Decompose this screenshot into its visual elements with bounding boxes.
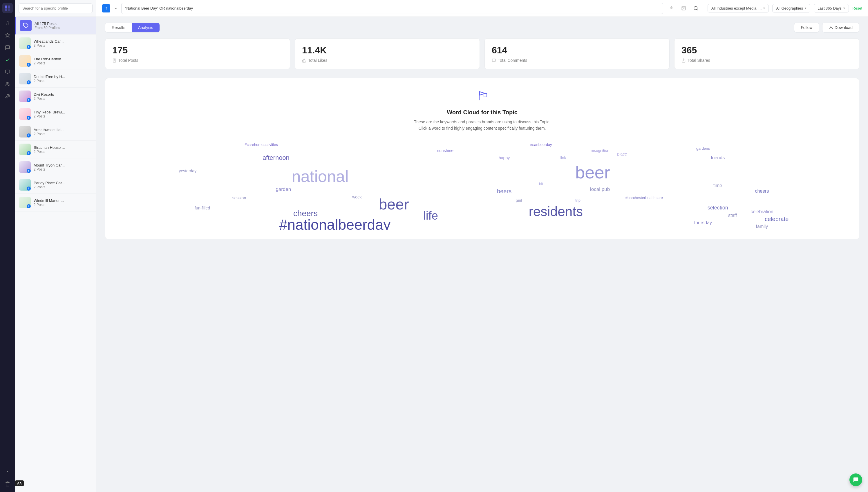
- sidebar-item-mount[interactable]: f Mount Tryon Car... 2 Posts: [15, 158, 96, 176]
- nav-star[interactable]: [2, 30, 13, 41]
- armathwaite-info: Armathwaite Hal... 2 Posts: [34, 128, 92, 136]
- page-content: Results Analysis Follow Download 175: [96, 17, 868, 492]
- doubletree-avatar: f: [19, 73, 31, 84]
- word-cloud-word[interactable]: national: [292, 167, 349, 186]
- sidebar-item-ritz[interactable]: f The Ritz-Carlton ... 2 Posts: [15, 52, 96, 70]
- word-cloud-word[interactable]: family: [756, 224, 768, 229]
- reset-button[interactable]: Reset: [852, 6, 862, 10]
- word-cloud-word[interactable]: #carehomeactivities: [245, 143, 278, 147]
- word-cloud-word[interactable]: #barchesterhealthcare: [625, 196, 663, 200]
- icon-sidebar: •: [0, 0, 15, 492]
- word-cloud-icon: [473, 87, 491, 104]
- sidebar-item-strachan[interactable]: f Strachan House ... 2 Posts: [15, 141, 96, 158]
- word-cloud-word[interactable]: celebrate: [765, 216, 789, 222]
- industry-filter[interactable]: All Industries except Media, ... ▾: [708, 4, 769, 13]
- word-cloud-word[interactable]: pint: [516, 198, 522, 203]
- search-icon[interactable]: [691, 4, 700, 13]
- sidebar-item-parley[interactable]: f Parley Place Car... 2 Posts: [15, 176, 96, 194]
- ritz-info: The Ritz-Carlton ... 2 Posts: [34, 57, 92, 65]
- profile-sidebar: All 175 Posts From 50 Profiles f Wheatla…: [15, 0, 96, 492]
- word-cloud-word[interactable]: session: [232, 195, 246, 200]
- nav-trash[interactable]: [2, 479, 13, 489]
- stats-grid: 175 Total Posts 11.4K Total Likes 614: [105, 38, 859, 69]
- word-cloud-word[interactable]: recognition: [591, 148, 609, 153]
- word-cloud-word[interactable]: cheers: [755, 189, 769, 194]
- word-cloud-word[interactable]: friends: [711, 155, 725, 161]
- word-cloud-word[interactable]: yesterday: [179, 169, 196, 173]
- image-icon[interactable]: [679, 4, 688, 13]
- platform-dropdown-icon[interactable]: [114, 6, 118, 10]
- word-cloud-word[interactable]: bit: [539, 181, 543, 186]
- doubletree-posts: 2 Posts: [34, 79, 92, 83]
- svg-line-13: [697, 9, 697, 10]
- word-cloud-word[interactable]: local pub: [590, 187, 610, 192]
- word-cloud-word[interactable]: happy: [499, 155, 510, 161]
- nav-chat[interactable]: [2, 42, 13, 53]
- fb-badge: f: [27, 151, 31, 155]
- word-cloud-word[interactable]: place: [617, 152, 627, 157]
- stat-likes-label: Total Likes: [302, 58, 473, 63]
- sidebar-item-all[interactable]: All 175 Posts From 50 Profiles: [15, 17, 96, 34]
- search-input[interactable]: [121, 3, 663, 14]
- nav-dot[interactable]: •: [2, 466, 13, 477]
- word-cloud-word[interactable]: gardens: [696, 146, 710, 151]
- word-cloud-word[interactable]: week: [352, 194, 362, 199]
- wheatlands-info: Wheatlands Car... 3 Posts: [34, 39, 92, 48]
- sidebar-item-wheatlands[interactable]: f Wheatlands Car... 3 Posts: [15, 34, 96, 52]
- sidebar-item-doubletree[interactable]: f DoubleTree by H... 2 Posts: [15, 70, 96, 88]
- word-cloud-word[interactable]: #nationalbeerday: [279, 216, 391, 230]
- tab-results[interactable]: Results: [105, 23, 132, 32]
- word-cloud-word[interactable]: residents: [528, 204, 583, 220]
- sidebar-item-windmill[interactable]: f Windmill Manor ... 2 Posts: [15, 194, 96, 212]
- word-cloud-word[interactable]: afternoon: [263, 154, 290, 162]
- word-cloud-section: Word Cloud for this Topic These are the …: [105, 78, 859, 239]
- word-cloud-word[interactable]: selection: [708, 205, 728, 211]
- sidebar-item-rebel[interactable]: f Tiny Rebel Brewi... 2 Posts: [15, 105, 96, 123]
- word-cloud-word[interactable]: sunshine: [437, 148, 453, 153]
- stat-card-comments: 614 Total Comments: [485, 38, 670, 69]
- word-cloud-word[interactable]: trip: [575, 198, 580, 203]
- profile-search-input[interactable]: [19, 3, 93, 13]
- sidebar-item-armathwaite[interactable]: f Armathwaite Hal... 2 Posts: [15, 123, 96, 141]
- download-icon: [829, 26, 833, 30]
- windmill-posts: 2 Posts: [34, 203, 92, 207]
- flame-icon[interactable]: [667, 4, 676, 13]
- nav-tool[interactable]: [2, 91, 13, 101]
- word-cloud-word[interactable]: link: [560, 155, 566, 160]
- word-cloud-word[interactable]: staff: [728, 213, 737, 218]
- word-cloud-word[interactable]: beer: [379, 195, 409, 213]
- sidebar-item-divi[interactable]: f Divi Resorts 2 Posts: [15, 88, 96, 105]
- date-filter[interactable]: Last 365 Days ▾: [814, 4, 849, 13]
- word-cloud-word[interactable]: beer: [575, 162, 610, 183]
- app-logo[interactable]: [2, 3, 13, 13]
- nav-beaker[interactable]: [2, 18, 13, 28]
- follow-button[interactable]: Follow: [794, 23, 819, 32]
- rebel-name: Tiny Rebel Brewi...: [34, 110, 92, 114]
- nav-monitor[interactable]: [2, 67, 13, 77]
- nav-check[interactable]: [2, 54, 13, 65]
- nav-users[interactable]: [2, 79, 13, 89]
- ritz-name: The Ritz-Carlton ...: [34, 57, 92, 61]
- windmill-name: Windmill Manor ...: [34, 198, 92, 203]
- mount-name: Mount Tryon Car...: [34, 163, 92, 167]
- svg-point-8: [6, 82, 8, 84]
- word-cloud-word[interactable]: beers: [497, 188, 512, 195]
- download-button[interactable]: Download: [822, 23, 859, 32]
- word-cloud-word[interactable]: celebration: [750, 209, 773, 214]
- geo-filter[interactable]: All Geographies ▾: [772, 4, 810, 13]
- svg-rect-3: [8, 8, 10, 11]
- word-cloud-word[interactable]: thursday: [694, 220, 712, 226]
- facebook-icon: f: [102, 4, 110, 13]
- fb-badge: f: [27, 80, 31, 84]
- word-cloud-word[interactable]: #sanbeerday: [530, 143, 552, 147]
- word-cloud-canvas: #carehomeactivities#sanbeerdaysunshinere…: [114, 138, 850, 230]
- parley-info: Parley Place Car... 2 Posts: [34, 181, 92, 189]
- tab-analysis[interactable]: Analysis: [132, 23, 159, 32]
- word-cloud-word[interactable]: garden: [276, 187, 291, 192]
- word-cloud-word[interactable]: fun-filled: [195, 206, 210, 211]
- chat-bubble[interactable]: [849, 473, 862, 486]
- word-cloud-word[interactable]: time: [713, 183, 722, 189]
- comment-icon: [492, 58, 496, 63]
- word-cloud-word[interactable]: life: [423, 208, 438, 222]
- fb-badge: f: [27, 169, 31, 173]
